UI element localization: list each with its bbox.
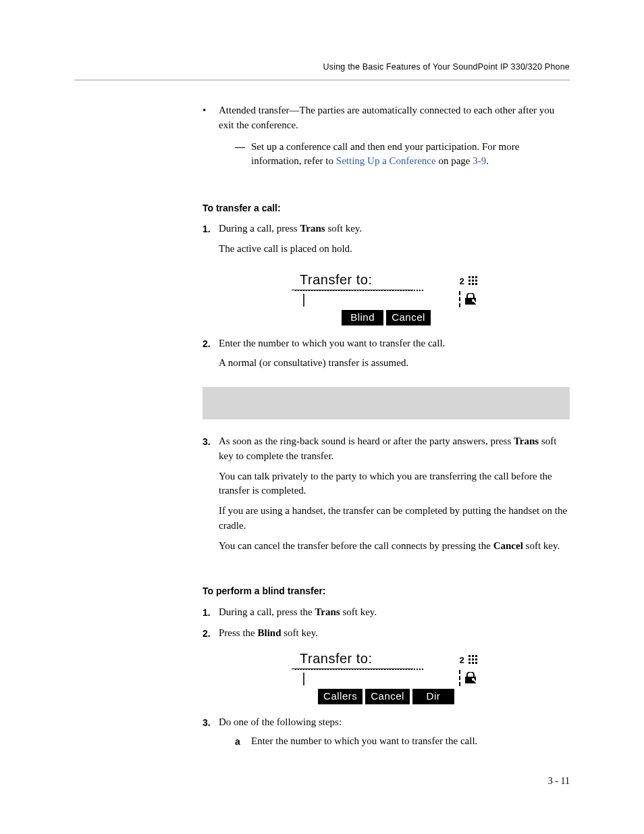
- lcd-badge-number: 2: [459, 655, 464, 668]
- page-number: 3 - 11: [548, 775, 570, 788]
- p3: You can cancel the transfer before the c…: [219, 539, 570, 554]
- svg-rect-6: [468, 283, 471, 285]
- trans-key: Trans: [315, 606, 340, 617]
- step-3: 3. As soon as the ring-back sound is hea…: [203, 434, 570, 558]
- bullet-mark: •: [203, 103, 219, 176]
- step-num: 3.: [203, 715, 219, 749]
- lock-icon: [464, 672, 477, 684]
- svg-rect-1: [472, 276, 474, 278]
- step-note: The active call is placed on hold.: [219, 242, 570, 257]
- svg-point-21: [472, 678, 475, 681]
- t: Do one of the following steps:: [219, 716, 342, 727]
- cancel-key: Cancel: [493, 540, 523, 551]
- blind-step-2: 2. Press the Blind soft key.: [203, 626, 570, 641]
- link-page[interactable]: 3-9: [473, 155, 486, 166]
- keypad-icon: [468, 655, 478, 664]
- svg-rect-8: [475, 283, 477, 285]
- svg-rect-11: [468, 655, 471, 657]
- lcd-title: Transfer to:: [292, 270, 413, 290]
- note-box: [203, 387, 570, 419]
- lcd-screenshot-1: Transfer to: 2 | Blind Cancel: [203, 270, 570, 325]
- step-note: A normal (or consultative) transfer is a…: [219, 356, 570, 371]
- bullet-text: Attended transfer—The parties are automa…: [219, 103, 570, 176]
- lock-icon: [464, 293, 477, 305]
- step-num: 3.: [203, 434, 219, 558]
- p2: If you are using a handset, the transfer…: [219, 504, 570, 533]
- bullet-label: Attended transfer: [219, 105, 290, 115]
- lcd-screenshot-2: Transfer to: 2 | Callers Cancel Dir: [203, 649, 570, 704]
- svg-rect-14: [468, 658, 471, 660]
- t2: soft key.: [281, 627, 318, 638]
- t: As soon as the ring-back sound is heard …: [219, 436, 514, 446]
- svg-rect-19: [475, 662, 477, 664]
- svg-point-10: [472, 299, 475, 302]
- bullet-attended-transfer: • Attended transfer—The parties are auto…: [203, 103, 570, 176]
- link-conference[interactable]: Setting Up a Conference: [336, 155, 436, 166]
- svg-rect-12: [472, 655, 474, 657]
- header-rule: [74, 80, 570, 80]
- svg-rect-13: [475, 655, 477, 657]
- softkey-cancel: Cancel: [365, 689, 410, 704]
- sub-text: Set up a conference call and then end yo…: [251, 140, 570, 170]
- heading-blind-transfer: To perform a blind transfer:: [203, 584, 570, 598]
- blind-key: Blind: [258, 627, 281, 638]
- step-num: 2.: [203, 626, 219, 641]
- lcd-cursor: |: [292, 673, 459, 686]
- alpha-text: Enter the number to which you want to tr…: [251, 734, 570, 749]
- heading-transfer: To transfer a call:: [203, 201, 570, 215]
- svg-rect-3: [468, 280, 471, 282]
- step-1: 1. During a call, press Trans soft key. …: [203, 221, 570, 262]
- svg-rect-18: [472, 662, 474, 664]
- t: During a call, press the: [219, 606, 315, 617]
- sub-after: on page: [436, 155, 473, 166]
- trans-key: Trans: [514, 436, 539, 446]
- keypad-icon: [468, 276, 478, 285]
- svg-rect-7: [472, 283, 474, 285]
- step-text: Press the Blind soft key.: [219, 626, 570, 641]
- svg-rect-15: [472, 658, 474, 660]
- svg-rect-2: [475, 276, 477, 278]
- sub-item: — Set up a conference call and then end …: [235, 140, 570, 170]
- softkey-cancel: Cancel: [386, 310, 431, 325]
- softkey-blind: Blind: [342, 310, 383, 325]
- blind-step-1: 1. During a call, press the Trans soft k…: [203, 605, 570, 620]
- svg-rect-0: [468, 276, 471, 278]
- lcd-badge-number: 2: [459, 276, 464, 289]
- softkey-callers: Callers: [318, 689, 363, 704]
- step-text: During a call, press Trans soft key. The…: [219, 221, 570, 262]
- t: Enter the number to which you want to tr…: [219, 338, 445, 348]
- substep-a: a Enter the number to which you want to …: [235, 734, 570, 749]
- alpha-mark: a: [235, 734, 251, 749]
- step-text: During a call, press the Trans soft key.: [219, 605, 570, 620]
- t2: soft key.: [325, 223, 362, 234]
- svg-rect-16: [475, 658, 477, 660]
- lcd-cursor: |: [292, 294, 459, 307]
- step-text: As soon as the ring-back sound is heard …: [219, 434, 570, 558]
- svg-rect-4: [472, 280, 474, 282]
- content-area: • Attended transfer—The parties are auto…: [203, 103, 570, 748]
- step-num: 1.: [203, 605, 219, 620]
- p1: You can talk privately to the party to w…: [219, 469, 570, 499]
- t: Press the: [219, 627, 258, 638]
- step-2: 2. Enter the number to which you want to…: [203, 336, 570, 377]
- page-header: Using the Basic Features of Your SoundPo…: [74, 61, 570, 73]
- step-text: Do one of the following steps: a Enter t…: [219, 715, 570, 749]
- step-num: 1.: [203, 221, 219, 262]
- step-num: 2.: [203, 336, 219, 377]
- t2: soft key.: [340, 606, 377, 617]
- trans-key: Trans: [300, 223, 325, 234]
- dash-mark: —: [235, 140, 251, 170]
- svg-rect-5: [475, 280, 477, 282]
- blind-step-3: 3. Do one of the following steps: a Ente…: [203, 715, 570, 749]
- softkey-dir: Dir: [412, 689, 454, 704]
- t: You can cancel the transfer before the c…: [219, 540, 493, 551]
- svg-rect-17: [468, 662, 471, 664]
- t2: soft key.: [523, 540, 560, 551]
- t: During a call, press: [219, 223, 300, 234]
- lcd-title: Transfer to:: [292, 649, 413, 669]
- step-text: Enter the number to which you want to tr…: [219, 336, 570, 377]
- sub-period: .: [486, 155, 489, 166]
